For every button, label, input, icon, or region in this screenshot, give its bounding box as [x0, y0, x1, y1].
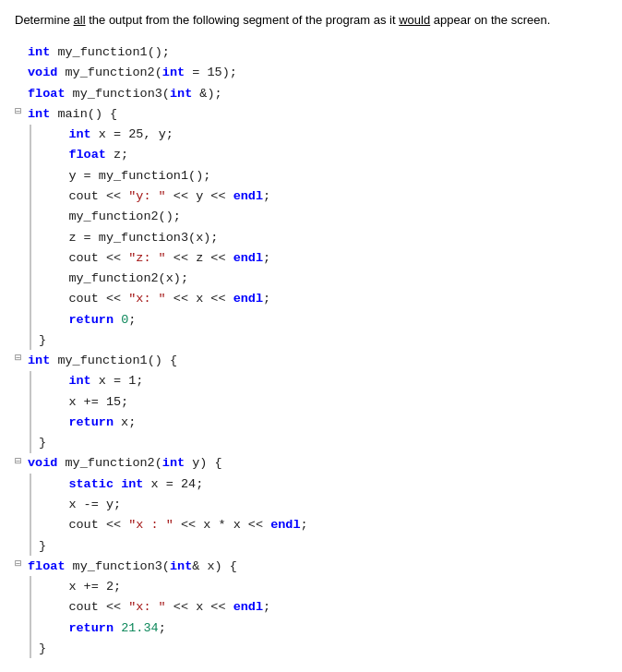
collapse-gutter	[15, 474, 28, 494]
collapse-gutter[interactable]: ⊟	[15, 103, 28, 124]
indent-guide	[28, 494, 39, 514]
code-indent: x += 2;	[39, 576, 121, 596]
indent-guide	[28, 515, 39, 535]
code-line: }	[15, 638, 607, 658]
indent-guide	[28, 433, 39, 453]
code-indent: my_function2(x);	[39, 268, 188, 288]
code-indent: int my_function1();	[28, 42, 170, 63]
code-indent: y = my_function1();	[39, 165, 210, 186]
indent-guide	[28, 227, 39, 247]
code-line: ⊟int my_function1() {	[15, 350, 607, 370]
code-line: y = my_function1();	[15, 165, 607, 186]
collapse-gutter	[15, 125, 28, 145]
collapse-gutter	[15, 535, 28, 556]
code-block: int my_function1();void my_function2(int…	[15, 42, 607, 659]
collapse-gutter	[15, 391, 28, 412]
code-line: float z;	[15, 145, 607, 165]
collapse-gutter	[15, 371, 28, 391]
code-indent: int main() {	[28, 103, 117, 124]
collapse-gutter	[15, 145, 28, 165]
code-indent: return 21.34;	[39, 618, 166, 638]
code-line: my_function2();	[15, 207, 607, 227]
collapse-gutter	[15, 83, 28, 103]
code-indent: z = my_function3(x);	[39, 227, 218, 247]
code-indent: int my_function1() {	[28, 350, 177, 370]
collapse-gutter	[15, 186, 28, 206]
code-indent: cout << "y: " << y << endl;	[39, 186, 270, 206]
indent-guide	[28, 638, 39, 658]
code-line: cout << "x : " << x * x << endl;	[15, 515, 607, 535]
indent-guide	[28, 474, 39, 494]
code-line: return 21.34;	[15, 618, 607, 638]
code-indent: x += 15;	[39, 391, 128, 412]
code-indent: }	[39, 535, 46, 556]
code-line: ⊟void my_function2(int y) {	[15, 453, 607, 474]
code-indent: my_function2();	[39, 207, 181, 227]
collapse-gutter	[15, 227, 28, 247]
collapse-gutter	[15, 268, 28, 288]
code-indent: void my_function2(int = 15);	[28, 63, 237, 83]
code-line: }	[15, 535, 607, 556]
code-line: }	[15, 433, 607, 453]
code-line: x -= y;	[15, 494, 607, 514]
code-indent: float my_function3(int &);	[28, 83, 222, 103]
indent-guide	[28, 535, 39, 556]
code-line: int x = 25, y;	[15, 125, 607, 145]
code-indent: cout << "x : " << x * x << endl;	[39, 515, 308, 535]
indent-guide	[28, 207, 39, 227]
indent-guide	[28, 165, 39, 186]
code-indent: return x;	[39, 412, 136, 432]
code-line: cout << "x: " << x << endl;	[15, 289, 607, 309]
code-indent: int x = 1;	[39, 371, 143, 391]
code-indent: x -= y;	[39, 494, 121, 514]
code-indent: }	[39, 330, 46, 350]
collapse-gutter	[15, 42, 28, 63]
indent-guide	[28, 597, 39, 618]
indent-guide	[28, 412, 39, 432]
code-indent: cout << "x: " << x << endl;	[39, 597, 270, 618]
indent-guide	[28, 186, 39, 206]
collapse-gutter	[15, 597, 28, 618]
indent-guide	[28, 309, 39, 330]
code-indent: return 0;	[39, 309, 136, 330]
indent-guide	[28, 289, 39, 309]
code-indent: cout << "z: " << z << endl;	[39, 247, 270, 268]
indent-guide	[28, 268, 39, 288]
collapse-gutter	[15, 412, 28, 432]
code-line: cout << "z: " << z << endl;	[15, 247, 607, 268]
collapse-gutter	[15, 309, 28, 330]
code-line: int my_function1();	[15, 42, 607, 63]
collapse-gutter	[15, 494, 28, 514]
collapse-gutter	[15, 330, 28, 350]
indent-guide	[28, 145, 39, 165]
collapse-gutter	[15, 618, 28, 638]
indent-guide	[28, 576, 39, 596]
indent-guide	[28, 247, 39, 268]
description-text: Determine all the output from the follow…	[15, 11, 607, 30]
collapse-gutter[interactable]: ⊟	[15, 556, 28, 576]
code-line: z = my_function3(x);	[15, 227, 607, 247]
collapse-gutter	[15, 638, 28, 658]
code-line: return 0;	[15, 309, 607, 330]
code-indent: float my_function3(int& x) {	[28, 556, 237, 576]
code-line: ⊟int main() {	[15, 103, 607, 124]
code-indent: static int x = 24;	[39, 474, 203, 494]
collapse-gutter	[15, 207, 28, 227]
collapse-gutter	[15, 63, 28, 83]
collapse-gutter[interactable]: ⊟	[15, 350, 28, 370]
code-line: }	[15, 330, 607, 350]
indent-guide	[28, 125, 39, 145]
code-indent: cout << "x: " << x << endl;	[39, 289, 270, 309]
code-indent: int x = 25, y;	[39, 125, 173, 145]
code-indent: void my_function2(int y) {	[28, 453, 222, 474]
code-line: ⊟float my_function3(int& x) {	[15, 556, 607, 576]
code-indent: }	[39, 433, 46, 453]
collapse-gutter	[15, 576, 28, 596]
code-line: cout << "y: " << y << endl;	[15, 186, 607, 206]
indent-guide	[28, 371, 39, 391]
code-line: static int x = 24;	[15, 474, 607, 494]
indent-guide	[28, 618, 39, 638]
code-line: x += 15;	[15, 391, 607, 412]
collapse-gutter[interactable]: ⊟	[15, 453, 28, 474]
indent-guide	[28, 330, 39, 350]
